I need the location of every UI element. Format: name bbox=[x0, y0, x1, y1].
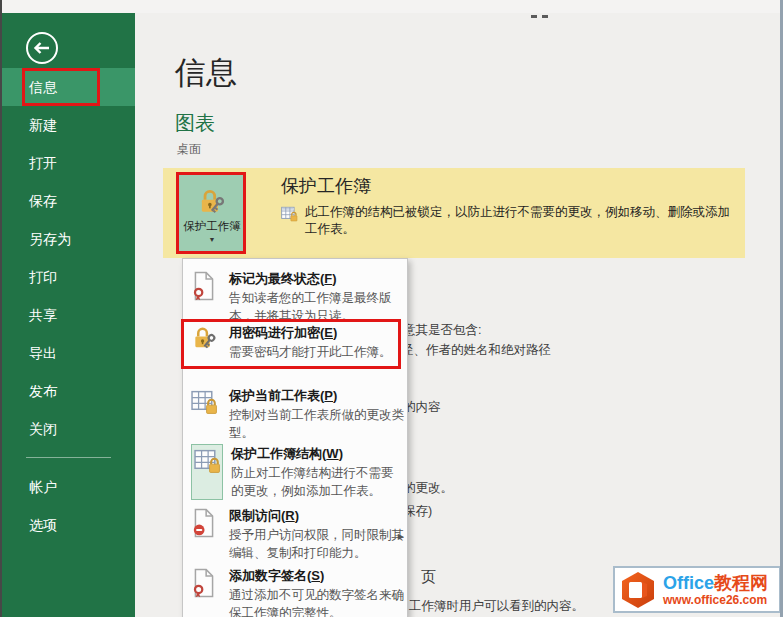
annotation-box-info bbox=[22, 68, 100, 106]
annotation-box-protect-button bbox=[176, 172, 246, 254]
menu-item-restrict-access[interactable]: 限制访问(R) 授予用户访问权限，同时限制其编辑、复制和打印能力。 ▶ bbox=[188, 506, 404, 562]
background-text-fragment: 意其是否包含: bbox=[403, 322, 481, 339]
banner-description: 此工作簿的结构已被锁定，以防止进行不需要的更改，例如移动、删除或添加工作表。 bbox=[305, 204, 733, 238]
window-left-border bbox=[0, 0, 2, 617]
sidebar-item-save[interactable]: 保存 bbox=[2, 182, 135, 220]
document-ribbon-icon bbox=[191, 269, 221, 325]
workbook-structure-lock-icon bbox=[191, 444, 223, 500]
sidebar-item-share[interactable]: 共享 bbox=[2, 296, 135, 334]
background-text-fragment: 径、作者的姓名和绝对路径 bbox=[401, 342, 551, 359]
window-artifact-mark bbox=[542, 15, 548, 18]
menu-item-title: 保护工作簿结构(W) bbox=[231, 446, 343, 461]
back-icon bbox=[24, 30, 60, 66]
page-title: 信息 bbox=[175, 52, 237, 94]
document-location: 桌面 bbox=[177, 141, 201, 158]
menu-item-title: 保护当前工作表(P) bbox=[229, 388, 337, 403]
protect-workbook-banner: 保护工作簿 ▼ 保护工作簿 此工作簿的结构已被锁定，以防止进行不需要的更改，例如… bbox=[163, 168, 745, 258]
sidebar-item-save-as[interactable]: 另存为 bbox=[2, 220, 135, 258]
protect-workbook-menu: 标记为最终状态(F) 告知读者您的工作簿是最终版本，并将其设为只读。 bbox=[182, 258, 408, 617]
window-top-strip bbox=[0, 0, 783, 13]
backstage-nav: 信息 新建 打开 保存 另存为 打印 共享 导出 发布 关闭 帐户 选项 bbox=[2, 68, 135, 544]
background-text-fragment: 的更改。 bbox=[403, 480, 453, 497]
sidebar-item-print[interactable]: 打印 bbox=[2, 258, 135, 296]
sidebar-item-close[interactable]: 关闭 bbox=[2, 410, 135, 448]
menu-item-mark-as-final[interactable]: 标记为最终状态(F) 告知读者您的工作簿是最终版本，并将其设为只读。 bbox=[188, 269, 404, 325]
brand-url: www.office26.com bbox=[663, 594, 768, 606]
sidebar-item-export[interactable]: 导出 bbox=[2, 334, 135, 372]
menu-item-title: 标记为最终状态(F) bbox=[229, 271, 337, 286]
sidebar-item-publish[interactable]: 发布 bbox=[2, 372, 135, 410]
banner-heading: 保护工作簿 bbox=[281, 174, 371, 198]
office-logo-icon bbox=[618, 570, 658, 610]
sidebar-item-options[interactable]: 选项 bbox=[2, 506, 135, 544]
menu-item-description: 通过添加不可见的数字签名来确保工作簿的完整性。 bbox=[229, 586, 404, 617]
document-signature-icon bbox=[191, 566, 221, 617]
sheet-lock-icon bbox=[191, 386, 221, 442]
background-text-fragment: 工作簿时用户可以看到的内容。 bbox=[409, 598, 584, 615]
submenu-arrow-icon: ▶ bbox=[398, 532, 404, 541]
annotation-box-encrypt-item bbox=[181, 319, 401, 369]
menu-item-add-digital-signature[interactable]: 添加数字签名(S) 通过添加不可见的数字签名来确保工作簿的完整性。 bbox=[188, 566, 404, 617]
document-title: 图表 bbox=[175, 110, 215, 137]
menu-item-title: 添加数字签名(S) bbox=[229, 568, 324, 583]
sidebar-item-account[interactable]: 帐户 bbox=[2, 468, 135, 506]
workbook-lock-icon bbox=[281, 205, 298, 226]
menu-item-title: 限制访问(R) bbox=[229, 508, 299, 523]
back-button[interactable] bbox=[24, 30, 60, 66]
menu-item-description: 防止对工作簿结构进行不需要的更改，例如添加工作表。 bbox=[231, 464, 404, 500]
sidebar-divider bbox=[26, 457, 111, 458]
menu-item-description: 授予用户访问权限，同时限制其编辑、复制和打印能力。 bbox=[229, 526, 404, 562]
background-text-fragment: 的内容 bbox=[403, 399, 441, 416]
sidebar-item-new[interactable]: 新建 bbox=[2, 106, 135, 144]
window-artifact-mark bbox=[531, 15, 537, 18]
menu-item-protect-workbook-structure[interactable]: 保护工作簿结构(W) 防止对工作簿结构进行不需要的更改，例如添加工作表。 bbox=[188, 444, 404, 500]
menu-item-description: 控制对当前工作表所做的更改类型。 bbox=[229, 406, 404, 442]
watermark-logo: Office教程网 www.office26.com bbox=[613, 566, 781, 613]
document-restrict-icon bbox=[191, 506, 221, 562]
sidebar-item-open[interactable]: 打开 bbox=[2, 144, 135, 182]
brand-name: Office教程网 bbox=[663, 574, 768, 592]
background-text-fragment: 页 bbox=[421, 568, 436, 587]
menu-item-protect-current-sheet[interactable]: 保护当前工作表(P) 控制对当前工作表所做的更改类型。 bbox=[188, 386, 404, 442]
excel-backstage-window: 信息 新建 打开 保存 另存为 打印 共享 导出 发布 关闭 帐户 选项 信息 … bbox=[0, 0, 783, 617]
